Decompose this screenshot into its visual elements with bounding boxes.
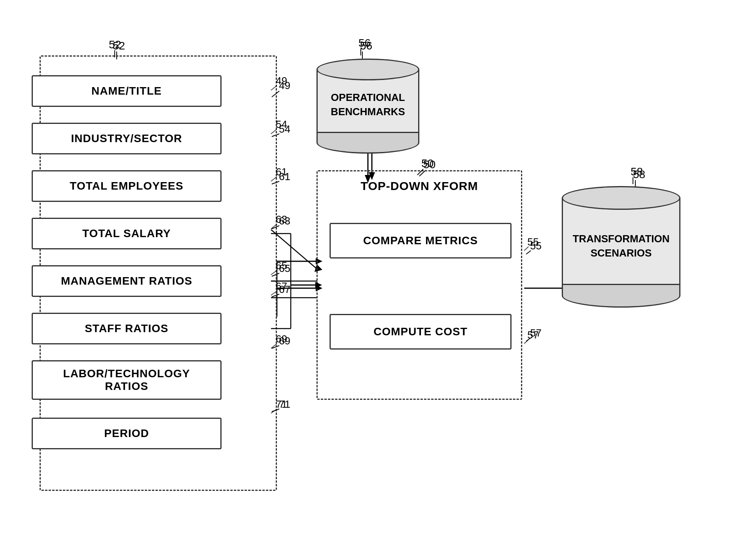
- staff-ratios-box: STAFF RATIOS: [32, 313, 222, 344]
- svg-text:71: 71: [276, 398, 287, 410]
- svg-text:57: 57: [527, 329, 539, 341]
- svg-line-23: [526, 251, 531, 254]
- svg-text:61: 61: [279, 171, 290, 182]
- svg-text:50: 50: [423, 158, 436, 171]
- svg-line-66: [524, 340, 529, 344]
- industry-sector-box: INDUSTRY/SECTOR: [32, 123, 222, 154]
- svg-line-64: [524, 247, 529, 251]
- svg-text:54: 54: [279, 123, 290, 135]
- total-employees-box: TOTAL EMPLOYEES: [32, 170, 222, 202]
- name-title-box: NAME/TITLE: [32, 75, 222, 107]
- svg-text:54: 54: [276, 118, 287, 130]
- svg-text:69: 69: [279, 335, 290, 347]
- svg-text:56: 56: [360, 40, 372, 52]
- period-box: PERIOD: [32, 418, 222, 449]
- svg-text:58: 58: [631, 165, 643, 178]
- svg-text:63: 63: [279, 215, 290, 227]
- compare-metrics-box: COMPARE METRICS: [330, 223, 512, 258]
- operational-benchmarks-db: OPERATIONALBENCHMARKS: [316, 59, 419, 154]
- svg-text:52: 52: [109, 38, 121, 51]
- svg-text:69: 69: [276, 333, 287, 345]
- svg-text:50: 50: [421, 157, 434, 169]
- top-down-xform-title: TOP-DOWN XFORM: [318, 179, 521, 193]
- svg-text:67: 67: [276, 280, 287, 292]
- svg-text:56: 56: [358, 37, 371, 49]
- labor-technology-box: LABOR/TECHNOLOGY RATIOS: [32, 360, 222, 400]
- svg-line-30: [271, 230, 317, 269]
- svg-text:65: 65: [276, 260, 287, 272]
- svg-text:49: 49: [279, 80, 290, 91]
- svg-text:61: 61: [276, 166, 287, 178]
- top-down-xform-container: TOP-DOWN XFORM COMPARE METRICS COMPUTE C…: [316, 170, 522, 400]
- svg-text:49: 49: [276, 75, 287, 87]
- svg-line-25: [526, 338, 531, 341]
- total-salary-box: TOTAL SALARY: [32, 218, 222, 249]
- management-ratios-box: MANAGEMENT RATIOS: [32, 265, 222, 297]
- svg-text:55: 55: [527, 236, 539, 248]
- svg-text:67: 67: [279, 283, 290, 295]
- svg-text:63: 63: [276, 213, 287, 225]
- compute-cost-box: COMPUTE COST: [330, 314, 512, 350]
- svg-text:71: 71: [279, 398, 290, 410]
- svg-text:57: 57: [530, 327, 542, 339]
- transformation-scenarios-db: TRANSFORMATIONSCENARIOS: [562, 186, 680, 308]
- svg-text:55: 55: [530, 240, 542, 252]
- svg-text:65: 65: [279, 262, 290, 274]
- svg-text:52: 52: [113, 40, 125, 52]
- svg-text:58: 58: [633, 168, 645, 181]
